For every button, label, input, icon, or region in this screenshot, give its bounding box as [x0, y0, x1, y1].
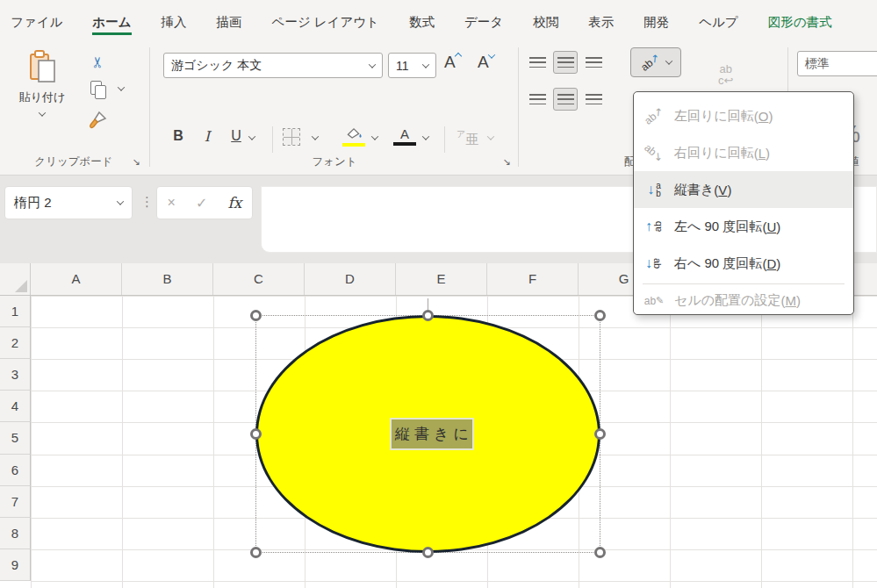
row-header-4[interactable]: 4 [0, 391, 31, 422]
clipboard-dialog-launcher[interactable]: ↘ [130, 155, 142, 168]
row-header-8[interactable]: 8 [0, 518, 31, 549]
row-header-7[interactable]: 7 [0, 486, 31, 518]
selection-handle-ne[interactable] [594, 310, 606, 321]
insert-function-icon[interactable]: fx [228, 194, 242, 212]
align-bottom-icon [586, 57, 602, 68]
selection-handle-sw[interactable] [250, 547, 262, 558]
paste-dropdown-chevron[interactable] [39, 109, 46, 116]
column-header-d[interactable]: D [305, 263, 396, 295]
bold-button[interactable]: B [169, 128, 188, 144]
borders-icon [284, 129, 299, 145]
tab-formulas[interactable]: 数式 [409, 14, 435, 35]
paste-button[interactable]: 貼り付け [14, 49, 70, 140]
menu-item-rotate-up-90[interactable]: ↑ab 左へ 90 度回転U [634, 208, 853, 245]
menu-item-vertical-text[interactable]: ↓ab 縦書きV [634, 171, 853, 208]
vertical-text-icon: ↓ab [634, 182, 674, 197]
scissors-icon: ✂ [89, 56, 107, 68]
tab-insert[interactable]: 挿入 [162, 14, 187, 35]
underline-button[interactable]: U [226, 128, 246, 144]
align-left-button[interactable] [525, 88, 550, 111]
tab-home[interactable]: ホーム [92, 14, 131, 35]
align-right-button[interactable] [581, 88, 606, 111]
align-middle-button[interactable] [553, 51, 578, 74]
select-all-corner[interactable] [0, 263, 31, 295]
shape-text-selection[interactable]: 縦書きに [390, 418, 474, 450]
formula-bar-splitter[interactable]: ⋮ [140, 194, 154, 210]
cut-button[interactable]: ✂ [86, 51, 109, 74]
name-box[interactable]: 楕円 2 [4, 186, 133, 219]
font-size-combo[interactable]: 11 [388, 53, 436, 78]
font-group-label: フォント [154, 154, 515, 169]
selection-handle-nw[interactable] [250, 310, 262, 321]
align-center-button[interactable] [553, 88, 578, 111]
fill-color-swatch [342, 143, 365, 147]
tab-review[interactable]: 校閲 [533, 14, 558, 35]
tab-page-layout[interactable]: ページ レイアウト [272, 14, 379, 35]
row-header-6[interactable]: 6 [0, 455, 31, 486]
format-painter-button[interactable] [86, 109, 109, 132]
number-format-combo[interactable]: 標準 [797, 51, 877, 76]
selection-handle-n[interactable] [422, 310, 434, 321]
formula-buttons: × ✓ fx [156, 186, 253, 219]
select-all-icon [15, 280, 27, 292]
menu-item-rotate-clockwise: ab↘ 右回りに回転L [634, 134, 853, 171]
clipboard-group-label: クリップボード [0, 154, 147, 169]
font-name-chevron[interactable] [369, 61, 376, 68]
font-size-chevron[interactable] [422, 61, 429, 68]
column-header-f[interactable]: F [487, 263, 579, 295]
column-header-b[interactable]: B [122, 263, 213, 295]
grow-font-button[interactable]: A [444, 53, 461, 72]
borders-button[interactable] [283, 128, 300, 146]
selection-handle-se[interactable] [594, 547, 606, 558]
menu-item-rotate-down-90[interactable]: ↓ab 右へ 90 度回転D [634, 245, 853, 282]
tab-shape-format[interactable]: 図形の書式 [768, 14, 832, 35]
fill-color-button[interactable] [342, 126, 365, 147]
underline-dropdown-chevron[interactable] [248, 133, 255, 140]
copy-icon-front [95, 85, 106, 99]
paste-label: 貼り付け [19, 90, 66, 105]
selection-handle-w[interactable] [250, 428, 262, 440]
shrink-font-glyph: A [478, 53, 489, 71]
row-header-3[interactable]: 3 [0, 359, 31, 391]
column-header-c[interactable]: C [213, 263, 305, 295]
row-header-9[interactable]: 9 [0, 549, 31, 581]
orientation-chevron[interactable] [665, 57, 672, 64]
phonetic-dropdown-chevron [487, 133, 494, 140]
number-format-value: 標準 [805, 56, 830, 72]
row-header-1[interactable]: 1 [0, 296, 31, 327]
menu-item-format-cell-alignment: ab✎ セルの配置の設定M [634, 286, 853, 315]
selection-handle-e[interactable] [594, 428, 606, 440]
row-headers: 1 2 3 4 5 6 7 8 9 [0, 296, 31, 581]
row-header-2[interactable]: 2 [0, 327, 31, 359]
align-top-button[interactable] [525, 51, 550, 74]
selection-handle-s[interactable] [422, 547, 434, 558]
row-header-5[interactable]: 5 [0, 422, 31, 454]
tab-view[interactable]: 表示 [588, 14, 614, 35]
tab-data[interactable]: データ [464, 14, 503, 35]
font-color-button[interactable]: A [393, 126, 416, 146]
phonetic-b: 亜 [465, 132, 478, 147]
copy-dropdown-chevron[interactable] [118, 83, 125, 90]
tab-draw[interactable]: 描画 [217, 14, 242, 35]
tab-developer[interactable]: 開発 [643, 14, 669, 35]
italic-button[interactable]: I [198, 128, 217, 145]
name-box-chevron[interactable] [117, 197, 124, 204]
borders-dropdown-chevron[interactable] [312, 133, 319, 140]
tab-file[interactable]: ファイル [11, 14, 62, 35]
menu-separator [643, 283, 845, 284]
font-name-combo[interactable]: 游ゴシック 本文 [163, 53, 383, 78]
column-header-a[interactable]: A [31, 263, 122, 295]
name-box-value: 楕円 2 [14, 195, 52, 212]
cancel-icon[interactable]: × [168, 195, 176, 211]
shrink-font-button[interactable]: A [478, 53, 494, 72]
tab-help[interactable]: ヘルプ [699, 14, 738, 35]
copy-button[interactable] [88, 79, 111, 102]
fill-dropdown-chevron[interactable] [371, 133, 378, 140]
font-color-dropdown-chevron[interactable] [422, 133, 429, 140]
align-bottom-button[interactable] [581, 51, 606, 74]
font-color-glyph: A [400, 126, 409, 141]
column-header-e[interactable]: E [396, 263, 487, 295]
font-dialog-launcher[interactable]: ↘ [500, 155, 513, 168]
orientation-button[interactable]: ab↗ [630, 47, 681, 77]
enter-icon[interactable]: ✓ [196, 195, 207, 212]
